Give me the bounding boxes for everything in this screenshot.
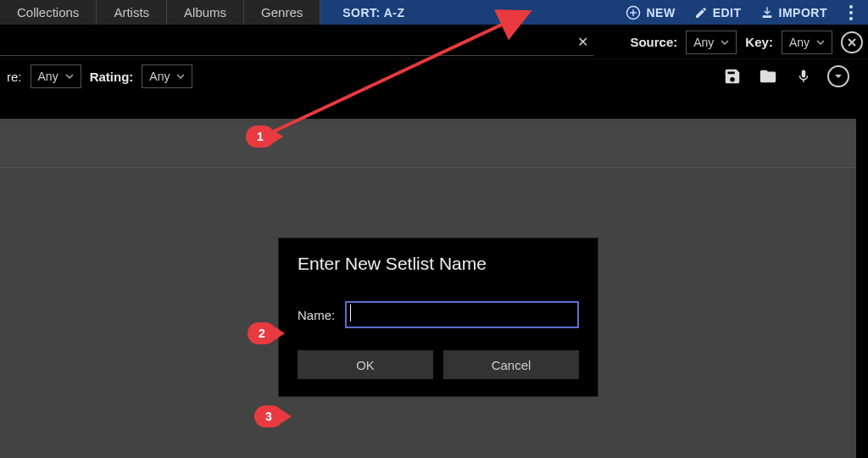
- save-icon[interactable]: [721, 64, 744, 88]
- chevron-down-icon: [816, 36, 825, 49]
- cancel-button[interactable]: Cancel: [443, 350, 579, 379]
- source-label: Source:: [630, 35, 677, 49]
- close-circle-button[interactable]: [841, 31, 863, 53]
- source-select[interactable]: Any: [686, 31, 737, 54]
- chevron-down-icon: [65, 70, 74, 83]
- name-label: Name:: [298, 308, 335, 322]
- left-filter-label: re:: [7, 70, 22, 84]
- text-caret: [350, 304, 351, 321]
- folder-icon[interactable]: [756, 64, 780, 88]
- rating-label: Rating:: [90, 70, 134, 84]
- tab-collections[interactable]: Collections: [0, 0, 97, 25]
- tab-genres[interactable]: Genres: [244, 0, 320, 25]
- new-label: NEW: [646, 6, 675, 20]
- search-input[interactable]: [0, 29, 593, 55]
- chevron-down-icon: [176, 70, 185, 83]
- svg-rect-3: [763, 16, 771, 17]
- edit-label: EDIT: [713, 6, 742, 20]
- dialog-title: Enter New Setlist Name: [298, 254, 579, 274]
- nav-tabs: Collections Artists Albums Genres: [0, 0, 320, 25]
- annotation-marker-2: 2: [248, 322, 276, 344]
- name-input[interactable]: [345, 301, 579, 328]
- left-filter-value: Any: [38, 70, 58, 83]
- top-bar: Collections Artists Albums Genres SORT: …: [0, 0, 868, 25]
- action-bar: SORT: A-Z NEW EDIT IMPORT: [320, 0, 868, 25]
- tab-artists[interactable]: Artists: [97, 0, 167, 25]
- rating-select[interactable]: Any: [142, 64, 192, 88]
- microphone-icon[interactable]: [792, 64, 815, 88]
- tab-albums[interactable]: Albums: [167, 0, 244, 25]
- more-menu-button[interactable]: [846, 5, 856, 20]
- new-setlist-dialog: Enter New Setlist Name Name: OK Cancel: [278, 237, 598, 397]
- plus-circle-icon: [626, 5, 641, 20]
- source-value: Any: [693, 36, 714, 49]
- import-label: IMPORT: [779, 6, 827, 20]
- clear-search-icon[interactable]: ✕: [577, 34, 588, 50]
- edit-button[interactable]: EDIT: [694, 6, 742, 20]
- sort-button[interactable]: SORT: A-Z: [342, 6, 404, 20]
- ok-button[interactable]: OK: [298, 350, 433, 379]
- import-button[interactable]: IMPORT: [760, 6, 827, 20]
- left-filter-select[interactable]: Any: [31, 64, 81, 88]
- new-button[interactable]: NEW: [626, 5, 675, 20]
- dropdown-circle-button[interactable]: [827, 65, 849, 87]
- sort-label: SORT: A-Z: [342, 6, 404, 20]
- chevron-down-icon: [721, 36, 729, 49]
- pencil-icon: [694, 6, 708, 20]
- annotation-marker-3: 3: [254, 405, 283, 427]
- key-value: Any: [789, 36, 810, 49]
- annotation-marker-1: 1: [246, 126, 275, 148]
- filter-panel: ✕ Source: Any Key: Any re:: [0, 25, 868, 93]
- download-icon: [760, 6, 774, 20]
- rating-value: Any: [149, 70, 170, 83]
- search-input-wrapper: ✕: [0, 29, 593, 56]
- key-select[interactable]: Any: [782, 31, 832, 54]
- key-label: Key:: [745, 35, 773, 49]
